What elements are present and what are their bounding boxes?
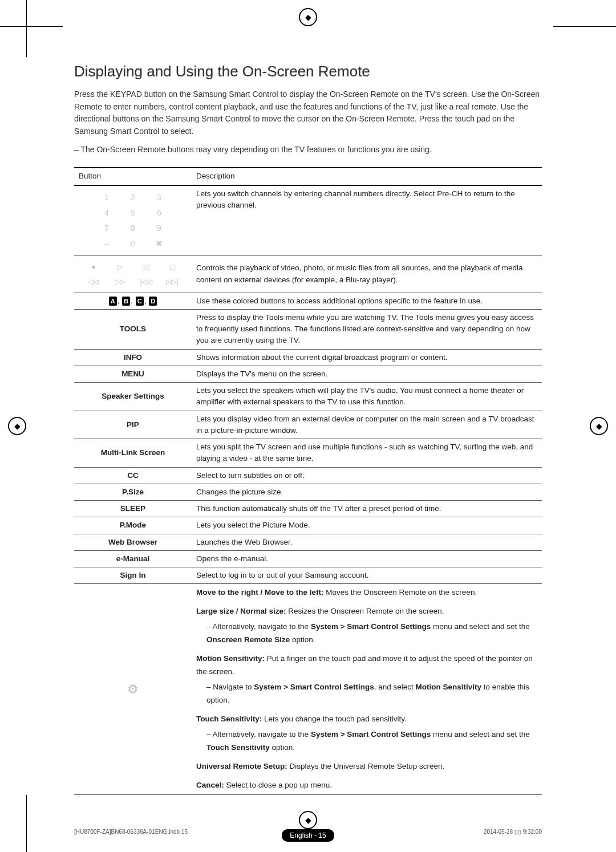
row-desc: Select to turn subtitles on or off. xyxy=(192,467,542,484)
key-icon: 6 xyxy=(151,207,167,219)
abcd-desc: Use these colored buttons to access addi… xyxy=(192,293,542,309)
settings-item-label: Move to the right / Move to the left: xyxy=(196,588,324,597)
rewind-icon: ◁◁ xyxy=(87,277,100,287)
settings-item-label: Touch Sensitivity: xyxy=(196,715,262,723)
playback-desc: Controls the playback of video, photo, o… xyxy=(192,255,542,293)
registration-mark xyxy=(8,417,26,435)
settings-item: Universal Remote Setup: Displays the Uni… xyxy=(196,760,537,773)
table-row: A, B, C, D Use these colored buttons to … xyxy=(74,293,542,309)
settings-item-text: Resizes the Onscreen Remote on the scree… xyxy=(286,607,444,615)
c-button-icon: C xyxy=(136,297,144,306)
row-label: MENU xyxy=(74,366,192,382)
settings-item: Large size / Normal size: Resizes the On… xyxy=(196,605,537,647)
stop-icon: ▢ xyxy=(165,262,179,272)
row-label: PIP xyxy=(74,411,192,439)
row-desc: Launches the Web Browser. xyxy=(192,534,542,550)
page-number-badge: English - 15 xyxy=(282,829,334,842)
keypad-icon-cell: 1 2 3 4 5 6 7 8 9 – 0 ✖ xyxy=(74,185,192,256)
key-icon: 1 xyxy=(99,192,115,204)
next-icon: ▷▷| xyxy=(165,277,179,287)
row-desc: Press to display the Tools menu while yo… xyxy=(192,309,542,349)
header-description: Description xyxy=(192,168,542,185)
settings-item-text: Lets you change the touch pad sensitivit… xyxy=(262,715,406,723)
key-icon: 3 xyxy=(151,192,167,204)
keypad-desc: Lets you switch channels by entering cha… xyxy=(192,185,542,256)
b-button-icon: B xyxy=(122,297,130,306)
key-icon: 0 xyxy=(125,238,141,250)
crop-mark xyxy=(0,26,63,27)
key-icon: 9 xyxy=(151,222,167,234)
gear-icon: ⚙ xyxy=(127,682,139,696)
settings-item-label: Large size / Normal size: xyxy=(196,607,286,615)
key-icon: 4 xyxy=(99,207,115,219)
registration-mark xyxy=(299,8,317,26)
intro-paragraph: Press the KEYPAD button on the Samsung S… xyxy=(74,88,542,138)
table-row: Multi-Link Screen Lets you split the TV … xyxy=(74,439,542,468)
table-row: e-Manual Opens the e-manual. xyxy=(74,550,542,567)
play-icon: ▷ xyxy=(113,262,127,272)
settings-item-text: Select to close a pop up menu. xyxy=(224,781,332,789)
button-table: Button Description 1 2 3 4 5 6 7 8 9 xyxy=(74,167,542,794)
settings-item: Move to the right / Move to the left: Mo… xyxy=(196,586,537,599)
row-desc: This function automatically shuts off th… xyxy=(192,501,542,517)
row-desc: Displays the TV's menu on the screen. xyxy=(192,366,542,382)
settings-item: Touch Sensitivity: Lets you change the t… xyxy=(196,713,537,754)
page-title: Displaying and Using the On-Screen Remot… xyxy=(74,63,542,80)
table-row: PIP Lets you display video from an exter… xyxy=(74,411,542,439)
print-meta-left: [HU8700F-ZA]BN68-06338A-01ENG.indb 15 xyxy=(74,829,188,835)
crop-mark xyxy=(553,26,616,27)
settings-item: Motion Sensitivity: Put a finger on the … xyxy=(196,652,537,707)
settings-item-text: Displays the Universal Remote Setup scre… xyxy=(287,762,444,770)
settings-subnote: – Alternatively, navigate to the System … xyxy=(206,728,537,754)
header-button: Button xyxy=(74,168,192,185)
table-row: Speaker Settings Lets you select the spe… xyxy=(74,383,542,411)
table-row: MENU Displays the TV's menu on the scree… xyxy=(74,366,542,382)
row-label: TOOLS xyxy=(74,309,192,349)
page-content: Displaying and Using the On-Screen Remot… xyxy=(0,0,616,852)
row-desc: Lets you display video from an external … xyxy=(192,411,542,439)
row-desc: Changes the picture size. xyxy=(192,484,542,500)
crop-mark xyxy=(26,0,27,57)
row-desc: Lets you select the speakers which will … xyxy=(192,383,542,411)
key-icon: 5 xyxy=(125,207,141,219)
row-desc: Opens the e-manual. xyxy=(192,550,542,567)
row-desc: Select to log in to or out of your Samsu… xyxy=(192,567,542,584)
table-header-row: Button Description xyxy=(74,168,542,185)
row-label: CC xyxy=(74,467,192,484)
settings-item-label: Universal Remote Setup: xyxy=(196,762,287,770)
keypad-icon: 1 2 3 4 5 6 7 8 9 – 0 ✖ xyxy=(79,188,187,253)
playback-controls-icon: ● ▷ ▯▯ ▢ ◁◁ ▷▷ |◁◁ ▷▷| xyxy=(79,258,187,290)
prev-icon: |◁◁ xyxy=(139,277,153,287)
table-row: Web Browser Launches the Web Browser. xyxy=(74,534,542,550)
row-desc: Shows information about the current digi… xyxy=(192,349,542,366)
row-label: Sign In xyxy=(74,567,192,584)
settings-item-text: Moves the Onscreen Remote on the screen. xyxy=(324,588,477,597)
table-row: Sign In Select to log in to or out of yo… xyxy=(74,567,542,584)
fastforward-icon: ▷▷ xyxy=(113,277,127,287)
crop-mark xyxy=(26,795,27,852)
table-row: CC Select to turn subtitles on or off. xyxy=(74,467,542,484)
playback-icon-cell: ● ▷ ▯▯ ▢ ◁◁ ▷▷ |◁◁ ▷▷| xyxy=(74,255,192,293)
table-row: 1 2 3 4 5 6 7 8 9 – 0 ✖ Lets you switch xyxy=(74,185,542,256)
registration-mark xyxy=(299,811,317,829)
row-desc: Lets you select the Picture Mode. xyxy=(192,517,542,534)
record-icon: ● xyxy=(87,262,100,272)
settings-desc: Move to the right / Move to the left: Mo… xyxy=(192,584,542,794)
row-desc: Lets you split the TV screen and use mul… xyxy=(192,439,542,468)
row-label: P.Mode xyxy=(74,517,192,534)
table-row: SLEEP This function automatically shuts … xyxy=(74,501,542,517)
abcd-icon: A, B, C, D xyxy=(108,297,157,305)
row-label: e-Manual xyxy=(74,550,192,567)
row-label: Multi-Link Screen xyxy=(74,439,192,468)
key-icon: – xyxy=(99,238,115,250)
settings-item: Cancel: Select to close a pop up menu. xyxy=(196,779,537,792)
row-label: INFO xyxy=(74,349,192,366)
table-row: INFO Shows information about the current… xyxy=(74,349,542,366)
print-meta-right: 2014-05-28 ▯▯ 9:32:00 xyxy=(484,829,542,835)
pause-icon: ▯▯ xyxy=(139,262,153,272)
abcd-icon-cell: A, B, C, D xyxy=(74,293,192,309)
settings-subnote: – Navigate to System > Smart Control Set… xyxy=(206,681,537,707)
d-button-icon: D xyxy=(149,297,157,306)
key-icon: ✖ xyxy=(151,238,167,250)
table-row: P.Mode Lets you select the Picture Mode. xyxy=(74,517,542,534)
